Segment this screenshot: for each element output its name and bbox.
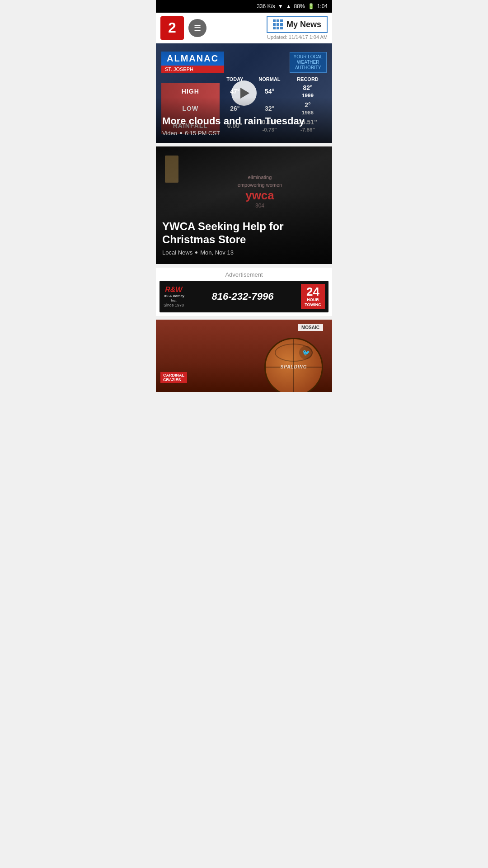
ad-since: Since 1978 (164, 303, 184, 307)
ywca-card-meta: Local News Mon, Nov 13 (162, 249, 326, 256)
ad-company-name: Tru & BarneyInc. (163, 294, 184, 302)
ad-hours-number: 24 (305, 286, 321, 297)
ad-phone-number: 816-232-7996 (189, 291, 296, 302)
weather-card-overlay: More clouds and rain Tuesday Video 6:15 … (156, 97, 332, 143)
ywca-meta-time: Mon, Nov 13 (200, 249, 234, 256)
grid-icon (273, 19, 283, 29)
weather-authority-logo: YOUR LOCALWEATHERAUTHORITY (290, 52, 327, 73)
hamburger-icon: ☰ (194, 23, 201, 33)
weather-card-title: More clouds and rain Tuesday (162, 115, 326, 127)
channel-logo[interactable]: 2 (160, 16, 184, 40)
ywca-news-card[interactable]: eliminatingempowering women ywca 304 YWC… (156, 146, 332, 264)
ad-company-logo: R&W Tru & BarneyInc. Since 1978 (163, 286, 184, 307)
logo-area: 2 ☰ (160, 16, 206, 40)
my-news-button[interactable]: My News (267, 16, 328, 33)
clock: 1:04 (317, 3, 328, 9)
wifi-icon: ▼ (278, 3, 283, 9)
ywca-meta-type: Local News (162, 249, 192, 256)
ad-logo-text: R&W (165, 286, 182, 294)
ywca-card-overlay: YWCA Seeking Help for Christmas Store Lo… (156, 193, 332, 264)
advertisement-container: Advertisement R&W Tru & BarneyInc. Since… (156, 268, 332, 316)
my-news-label: My News (286, 20, 321, 29)
menu-button[interactable]: ☰ (188, 19, 206, 37)
weather-card-meta: Video 6:15 PM CST (162, 130, 326, 137)
network-speed: 336 K/s (257, 3, 275, 9)
almanac-subtitle: ST. JOSEPH (161, 66, 224, 73)
updated-timestamp: Updated: 11/14/17 1:04 AM (267, 34, 328, 40)
app-header: 2 ☰ My News Updated: 11/14/17 1:04 AM (156, 13, 332, 43)
weather-news-card[interactable]: ALMANAC ST. JOSEPH YOUR LOCALWEATHERAUTH… (156, 43, 332, 143)
ywca-meta-separator (195, 251, 197, 254)
ad-service-badge: 24 HOURTOWING (301, 284, 325, 309)
meta-separator (180, 132, 182, 134)
advertisement-label: Advertisement (160, 271, 328, 278)
ad-service-text: HOURTOWING (305, 297, 321, 307)
weather-meta-type: Video (162, 130, 177, 137)
battery-percent: 88% (294, 3, 305, 9)
signal-icon: ▲ (286, 3, 291, 9)
ywca-card-title: YWCA Seeking Help for Christmas Store (162, 220, 326, 246)
weather-meta-time: 6:15 PM CST (185, 130, 220, 137)
svg-text:2: 2 (168, 19, 176, 36)
header-right: My News Updated: 11/14/17 1:04 AM (267, 16, 328, 40)
sports-news-card[interactable]: MOSAIC CARDINALCRAZIES SPALDING 🐦 (156, 320, 332, 392)
battery-icon: 🔋 (308, 3, 314, 9)
advertisement-banner[interactable]: R&W Tru & BarneyInc. Since 1978 816-232-… (160, 281, 328, 312)
almanac-title: ALMANAC (161, 52, 224, 66)
status-bar: 336 K/s ▼ ▲ 88% 🔋 1:04 (156, 0, 332, 13)
sports-card-image: MOSAIC CARDINALCRAZIES SPALDING 🐦 (156, 320, 332, 392)
